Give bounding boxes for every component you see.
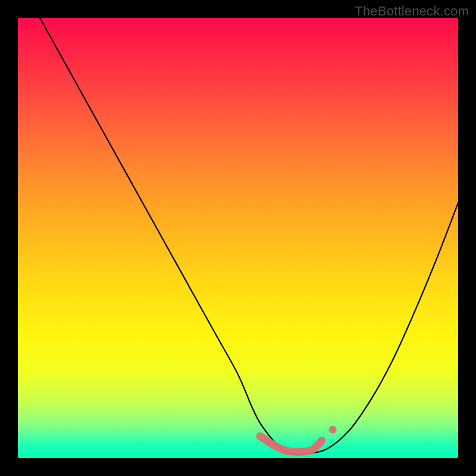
optimal-range-highlight bbox=[260, 436, 322, 452]
curve-layer bbox=[18, 18, 458, 458]
bottleneck-curve bbox=[40, 18, 458, 455]
optimal-range-dot bbox=[329, 425, 337, 433]
plot-area bbox=[18, 18, 458, 458]
watermark-text: TheBottleneck.com bbox=[355, 4, 469, 19]
chart-frame: TheBottleneck.com bbox=[0, 0, 476, 476]
